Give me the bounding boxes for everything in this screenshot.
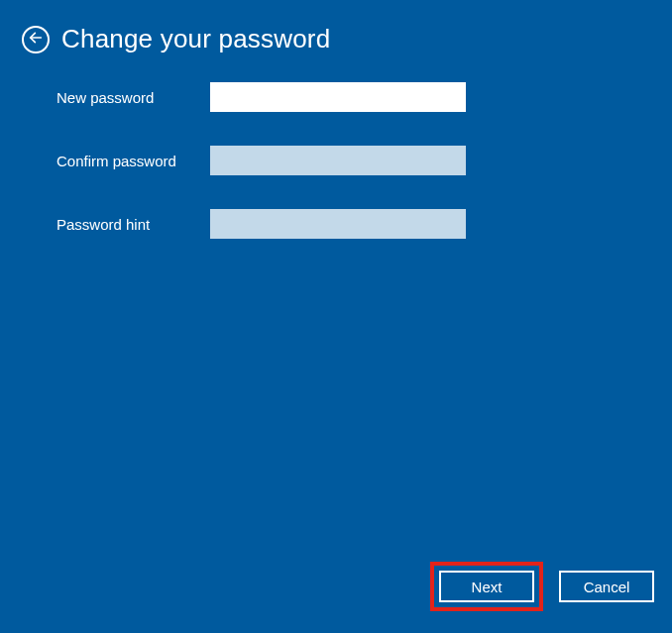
confirm-password-row: Confirm password [56,146,672,175]
page-title: Change your password [61,24,330,54]
back-button[interactable] [22,26,50,53]
footer-buttons: Next Cancel [430,562,654,611]
cancel-button[interactable]: Cancel [559,571,654,602]
password-hint-row: Password hint [56,209,672,239]
arrow-left-icon [28,30,44,50]
confirm-password-label: Confirm password [56,153,210,169]
confirm-password-input[interactable] [210,146,466,175]
new-password-input[interactable] [210,82,466,112]
new-password-label: New password [56,89,210,106]
next-button[interactable]: Next [439,571,534,602]
next-highlight: Next [430,562,543,611]
password-hint-label: Password hint [56,216,210,233]
password-form: New password Confirm password Password h… [0,54,672,239]
password-hint-input[interactable] [210,209,466,239]
new-password-row: New password [56,82,672,112]
